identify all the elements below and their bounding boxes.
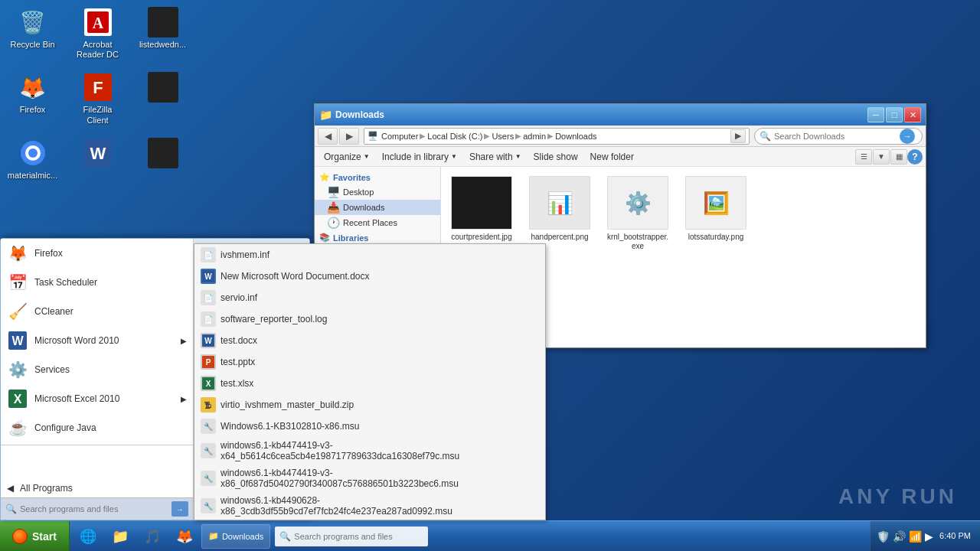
acrobat-icon: A	[83, 7, 113, 37]
view-list-button[interactable]: ☰	[855, 149, 872, 165]
desktop-sidebar-label: Desktop	[343, 187, 374, 197]
start-search-submit[interactable]: →	[172, 501, 188, 517]
recent-item[interactable]: 🔧 windows6.1-kb4490628-x86_3cdb3df55b9cd…	[194, 492, 545, 520]
volume-tray-icon[interactable]: 🔊	[893, 530, 906, 543]
back-button[interactable]: ◀	[318, 128, 338, 145]
taskbar-ie-icon[interactable]: 🌐	[73, 523, 103, 550]
taskbar-media-icon[interactable]: 🎵	[137, 523, 168, 550]
desktop-icon-dark2[interactable]	[134, 69, 191, 128]
window-title-text: Downloads	[335, 109, 864, 120]
recent-item[interactable]: 🗜 virtio_ivshmem_master_build.zip	[194, 394, 545, 416]
desktop-icon-recycle-bin[interactable]: 🗑️ Recycle Bin	[4, 4, 61, 63]
libraries-label: Libraries	[333, 233, 368, 243]
desktop-icons-container: 🗑️ Recycle Bin A Acrobat Reader DC liste	[4, 4, 191, 184]
taskbar-firefox-icon[interactable]: 🦊	[169, 523, 200, 550]
downloads-task-label: Downloads	[222, 532, 263, 541]
maximize-button[interactable]: □	[886, 107, 903, 122]
desktop-icon-dark3[interactable]	[134, 135, 191, 184]
recent-item-label: windows6.1-kb4490628-x86_3cdb3df55b9cd7e…	[220, 495, 539, 517]
desktop-icon-filezilla[interactable]: F FileZilla Client	[69, 69, 126, 128]
start-menu-item-ccleaner[interactable]: 🧹 CCleaner	[1, 297, 193, 326]
recent-item[interactable]: 🔧 windows6.1-kb4474419-v3-x86_0f687d5040…	[194, 465, 545, 492]
close-button[interactable]: ✕	[904, 107, 921, 122]
file-item[interactable]: 🖼️ lotssaturday.png	[681, 173, 750, 254]
firefox-icon: 🦊	[18, 72, 48, 103]
dark1-label: listedwedn...	[139, 40, 186, 50]
help-button[interactable]: ?	[907, 149, 923, 165]
taskbar-search-input[interactable]	[294, 532, 401, 541]
start-button[interactable]: Start	[0, 521, 70, 552]
start-menu-item-java[interactable]: ☕ Configure Java	[1, 413, 193, 442]
start-menu-item-services[interactable]: ⚙️ Services	[1, 355, 193, 384]
svg-text:X: X	[206, 380, 211, 388]
recent-places-sidebar-icon: 🕐	[327, 217, 340, 229]
slide-show-btn[interactable]: Slide show	[528, 149, 584, 165]
organize-menu[interactable]: Organize ▼	[318, 149, 376, 165]
desktop-icon-acrobat[interactable]: A Acrobat Reader DC	[69, 4, 126, 63]
minimize-button[interactable]: ─	[867, 107, 884, 122]
recent-item[interactable]: X test.xlsx	[194, 373, 545, 394]
new-folder-btn[interactable]: New folder	[584, 149, 640, 165]
breadcrumb-computer[interactable]: Computer	[381, 132, 418, 141]
all-programs-item[interactable]: ◀ All Programs	[1, 479, 193, 497]
include-library-menu[interactable]: Include in library ▼	[376, 149, 463, 165]
recent-item[interactable]: 🔧 windows6.1-kb4474419-v3-x64_b5614c6cea…	[194, 437, 545, 465]
breadcrumb-users[interactable]: Users	[492, 132, 514, 141]
start-menu-item-firefox[interactable]: 🦊 Firefox	[1, 239, 193, 268]
view-details-button[interactable]: ▦	[890, 149, 907, 165]
search-input[interactable]	[774, 132, 897, 141]
search-go-button[interactable]: →	[900, 129, 915, 144]
start-menu-item-word[interactable]: W Microsoft Word 2010 ▶	[1, 326, 193, 355]
media-icon: 🎵	[144, 528, 161, 545]
desktop-icon-chrome[interactable]: materialmic...	[4, 135, 61, 184]
breadcrumb-downloads[interactable]: Downloads	[555, 132, 596, 141]
taskbar-folder-icon[interactable]: 📁	[105, 523, 136, 550]
recent-item[interactable]: 🔧 Windows6.1-KB3102810-x86.msu	[194, 416, 545, 437]
sep3: ▶	[515, 132, 521, 140]
file-item[interactable]: courtpresident.jpg	[447, 173, 516, 254]
task-scheduler-icon: 📅	[7, 272, 28, 293]
word-start-arrow: ▶	[181, 337, 187, 345]
inf-icon: 📄	[201, 247, 216, 262]
start-menu-item-task-scheduler[interactable]: 📅 Task Scheduler	[1, 268, 193, 297]
view-dropdown-button[interactable]: ▼	[873, 149, 890, 165]
recent-item[interactable]: 📄 servio.inf	[194, 287, 545, 308]
search-box: 🔍 →	[754, 128, 923, 145]
word-icon: W	[83, 138, 113, 168]
media-tray-icon[interactable]: ▶	[925, 530, 933, 543]
network-tray-icon[interactable]: 📶	[909, 530, 922, 543]
security-tray-icon[interactable]: 🛡️	[877, 530, 890, 543]
recent-item[interactable]: W New Microsoft Word Document.docx	[194, 266, 545, 287]
breadcrumb-localdisk[interactable]: Local Disk (C:)	[427, 132, 482, 141]
forward-button[interactable]: ▶	[339, 128, 359, 145]
breadcrumb-admin[interactable]: admin	[523, 132, 546, 141]
file-item[interactable]: 📊 handpercent.png	[525, 173, 594, 254]
recent-items-menu: 📄 ivshmem.inf W New Microsoft Word Docum…	[194, 243, 546, 520]
recent-item-label: windows6.1-kb4474419-v3-x64_b5614c6cea5c…	[220, 440, 539, 461]
refresh-button[interactable]: ▶	[730, 129, 746, 143]
downloads-task-icon: 📁	[208, 531, 219, 541]
file-item[interactable]: ⚙️ krnl_bootstrapper.exe	[603, 173, 672, 254]
share-with-menu[interactable]: Share with ▼	[463, 149, 528, 165]
favorites-label: Favorites	[333, 173, 371, 182]
desktop-icon-dark1[interactable]: listedwedn...	[134, 4, 191, 63]
inf2-icon: 📄	[201, 290, 216, 305]
recent-item[interactable]: P test.pptx	[194, 351, 545, 373]
task-scheduler-label: Task Scheduler	[34, 277, 187, 288]
start-menu-item-excel[interactable]: X Microsoft Excel 2010 ▶	[1, 384, 193, 413]
recent-item[interactable]: 📄 software_reporter_tool.log	[194, 308, 545, 330]
svg-text:X: X	[14, 393, 22, 406]
recent-item[interactable]: 📄 ivshmem.inf	[194, 244, 545, 266]
system-clock[interactable]: 6:40 PM	[936, 530, 974, 542]
start-search-input[interactable]	[20, 504, 168, 514]
sidebar-item-downloads[interactable]: 📥 Downloads	[315, 200, 440, 215]
sidebar-item-desktop[interactable]: 🖥️ Desktop	[315, 184, 440, 200]
sidebar-item-recent-places[interactable]: 🕐 Recent Places	[315, 215, 440, 230]
recent-item[interactable]: W test.docx	[194, 330, 545, 351]
desktop-icon-firefox[interactable]: 🦊 Firefox	[4, 69, 61, 128]
taskbar-window-downloads[interactable]: 📁 Downloads	[201, 524, 270, 549]
favorites-header[interactable]: ⭐ Favorites	[315, 170, 440, 184]
services-label: Services	[34, 364, 187, 375]
desktop-icon-word[interactable]: W	[69, 135, 126, 184]
downloads-sidebar-label: Downloads	[343, 203, 384, 212]
